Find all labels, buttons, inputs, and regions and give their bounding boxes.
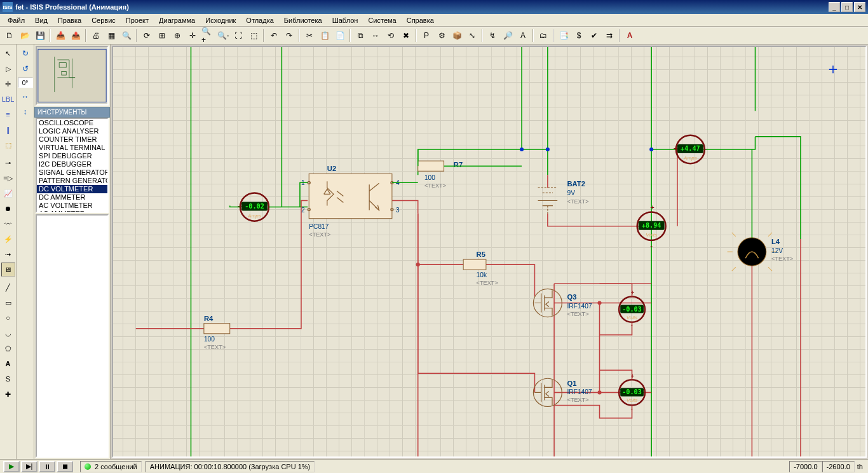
paste-icon[interactable]: 📄 xyxy=(333,29,347,43)
menu-debug[interactable]: Отладка xyxy=(241,15,278,25)
bus-mode-icon[interactable]: ‖ xyxy=(1,123,15,137)
component-bat2[interactable]: BAT2 9V <TEXT> xyxy=(538,175,652,226)
undo-icon[interactable]: ↶ xyxy=(267,29,281,43)
zoom-all-icon[interactable]: ⛶ xyxy=(231,29,245,43)
import-icon[interactable]: 📥 xyxy=(53,29,67,43)
wire-autoroute-icon[interactable]: ↯ xyxy=(485,29,499,43)
cut-icon[interactable]: ✂ xyxy=(302,29,316,43)
list-item[interactable]: AC VOLTMETER xyxy=(37,202,107,210)
list-item[interactable]: LOGIC ANALYSER xyxy=(37,127,107,135)
block-copy-icon[interactable]: ⧉ xyxy=(353,29,367,43)
component-r5[interactable]: R5 10k <TEXT> xyxy=(463,250,498,286)
menu-template[interactable]: Шаблон xyxy=(327,15,363,25)
zoom-in-icon[interactable]: 🔍+ xyxy=(201,29,215,43)
component-r4[interactable]: R4 100 <TEXT> xyxy=(204,315,230,350)
pick-icon[interactable]: P xyxy=(419,29,433,43)
rotate-cw-icon[interactable]: ↻ xyxy=(18,46,32,60)
menu-system[interactable]: Система xyxy=(363,15,401,25)
pin-icon[interactable]: =▷ xyxy=(1,171,15,185)
list-item[interactable]: DC VOLTMETER xyxy=(37,185,107,193)
redraw-icon[interactable]: ⟳ xyxy=(140,29,154,43)
meter-a1[interactable]: -0.02 Amps + - xyxy=(238,193,271,221)
rotate-ccw-icon[interactable]: ↺ xyxy=(18,62,32,76)
stop-button[interactable]: ◼ xyxy=(57,461,73,472)
probe-v-icon[interactable]: ⚡ xyxy=(1,232,15,246)
label-mode-icon[interactable]: LBL xyxy=(1,92,15,106)
arc-2d-icon[interactable]: ◡ xyxy=(1,326,15,340)
component-r7[interactable]: R7 100 <TEXT> xyxy=(418,161,463,189)
terminal-icon[interactable]: ⊸ xyxy=(1,156,15,170)
print-icon[interactable]: 🖨 xyxy=(89,29,103,43)
graph-icon[interactable]: 📈 xyxy=(1,186,15,200)
text-script-icon[interactable]: ≡ xyxy=(1,107,15,121)
save-icon[interactable]: 💾 xyxy=(33,29,47,43)
open-icon[interactable]: 📂 xyxy=(18,29,32,43)
component-l4[interactable]: L4 12V <TEXT> xyxy=(728,233,794,271)
grid-icon[interactable]: ⊞ xyxy=(155,29,169,43)
angle-input[interactable] xyxy=(18,78,33,88)
path-2d-icon[interactable]: ⬠ xyxy=(1,341,15,355)
list-item[interactable]: I2C DEBUGGER xyxy=(37,160,107,168)
box-2d-icon[interactable]: ▭ xyxy=(1,296,15,310)
list-item[interactable]: SIGNAL GENERATOR xyxy=(37,168,107,177)
copy-icon[interactable]: 📋 xyxy=(318,29,332,43)
list-item[interactable]: AC AMMETER xyxy=(37,210,107,213)
export-icon[interactable]: 📤 xyxy=(69,29,83,43)
instruments-icon[interactable]: 🖥 xyxy=(1,263,15,277)
menu-project[interactable]: Проект xyxy=(121,15,154,25)
menu-view[interactable]: Вид xyxy=(30,15,53,25)
bom-icon[interactable]: $ xyxy=(572,29,586,43)
block-rotate-icon[interactable]: ⟲ xyxy=(384,29,398,43)
block-delete-icon[interactable]: ✖ xyxy=(399,29,413,43)
netlist-icon[interactable]: 📑 xyxy=(557,29,571,43)
step-button[interactable]: ▶| xyxy=(21,461,37,472)
meter-a2[interactable]: +4.47 Amps + - xyxy=(674,135,707,163)
zoom-out-icon[interactable]: 🔍- xyxy=(216,29,230,43)
menu-library[interactable]: Библиотека xyxy=(279,15,327,25)
erc-icon[interactable]: ✔ xyxy=(587,29,601,43)
maximize-button[interactable]: □ xyxy=(841,2,853,12)
menu-edit[interactable]: Правка xyxy=(53,15,86,25)
decompose-icon[interactable]: ⤡ xyxy=(465,29,479,43)
schematic-canvas[interactable]: R4 100 <TEXT> -0.02 Amps + - xyxy=(112,46,867,458)
ares-icon[interactable]: A xyxy=(623,29,637,43)
junction-mode-icon[interactable]: ✛ xyxy=(1,77,15,91)
probe-i-icon[interactable]: ⇢ xyxy=(1,247,15,261)
minimize-button[interactable]: _ xyxy=(829,2,840,12)
close-button[interactable]: ✕ xyxy=(854,2,865,12)
menu-service[interactable]: Сервис xyxy=(86,15,121,25)
mirror-h-icon[interactable]: ↔ xyxy=(18,90,32,104)
pause-button[interactable]: ⏸ xyxy=(39,461,55,472)
overview-window[interactable] xyxy=(36,46,109,106)
list-item[interactable]: PATTERN GENERATOR xyxy=(37,177,107,185)
symbol-2d-icon[interactable]: S xyxy=(1,372,15,386)
generator-icon[interactable]: 〰 xyxy=(1,217,15,231)
menu-file[interactable]: Файл xyxy=(3,15,30,25)
origin-icon[interactable]: ⊕ xyxy=(170,29,184,43)
zoom-area-icon[interactable]: ⬚ xyxy=(247,29,261,43)
line-2d-icon[interactable]: ╱ xyxy=(1,280,15,294)
instruments-list[interactable]: OSCILLOSCOPELOGIC ANALYSERCOUNTER TIMERV… xyxy=(36,118,109,213)
tape-icon[interactable]: ⏺ xyxy=(1,202,15,216)
meter-v1[interactable]: +8.94 Volts + - xyxy=(637,203,666,249)
explorer-icon[interactable]: 🗂 xyxy=(536,29,550,43)
text-2d-icon[interactable]: A xyxy=(1,357,15,371)
new-icon[interactable]: 🗋 xyxy=(3,29,17,43)
search-icon[interactable]: 🔎 xyxy=(501,29,515,43)
package-icon[interactable]: 📦 xyxy=(450,29,464,43)
list-item[interactable]: SPI DEBUGGER xyxy=(37,152,107,160)
list-item[interactable]: COUNTER TIMER xyxy=(37,135,107,144)
redo-icon[interactable]: ↷ xyxy=(282,29,296,43)
preview-icon[interactable]: 🔍 xyxy=(119,29,133,43)
center-icon[interactable]: ✛ xyxy=(186,29,200,43)
list-item[interactable]: VIRTUAL TERMINAL xyxy=(37,144,107,152)
component-u2[interactable]: 1 2 4 3 U2 PC817 <TEXT> xyxy=(301,165,400,238)
menu-diagram[interactable]: Диаграмма xyxy=(154,15,200,25)
subcircuit-icon[interactable]: ⬚ xyxy=(1,138,15,152)
menu-help[interactable]: Справка xyxy=(402,15,439,25)
area-icon[interactable]: ▦ xyxy=(104,29,118,43)
circle-2d-icon[interactable]: ○ xyxy=(1,311,15,325)
component-mode-icon[interactable]: ▷ xyxy=(1,62,15,76)
status-messages[interactable]: 2 сообщений xyxy=(80,461,142,472)
netlist2-icon[interactable]: ⇉ xyxy=(602,29,616,43)
